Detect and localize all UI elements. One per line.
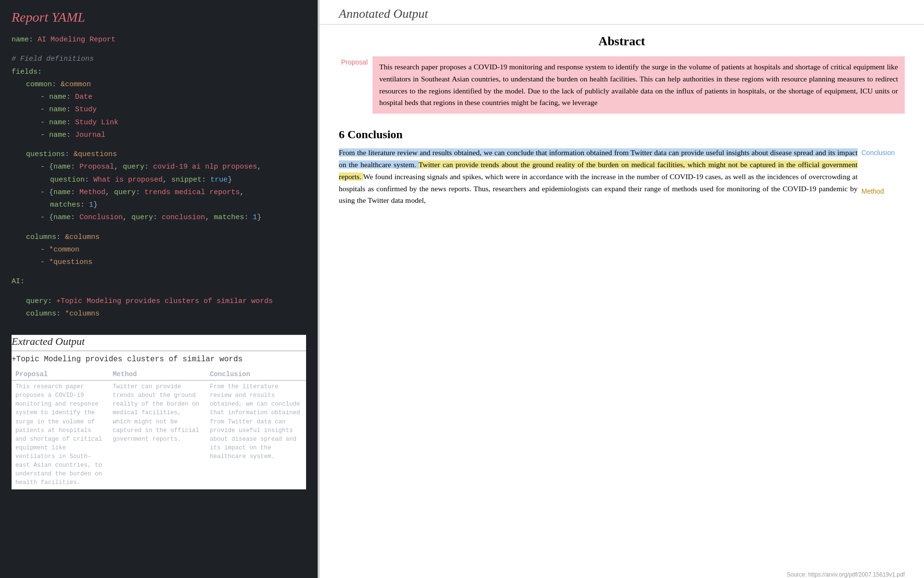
left-panel: Report YAML name: AI Modeling Report # F… xyxy=(0,0,318,578)
extracted-output-section: Extracted Output +Topic Modeling provide… xyxy=(12,335,306,489)
conclusion-text: From the literature review and results o… xyxy=(339,147,858,207)
proposal-label: Proposal xyxy=(339,56,368,66)
abstract-title: Abstract xyxy=(339,34,905,49)
conclusion-body: From the literature review and results o… xyxy=(339,147,905,207)
extracted-output-title: Extracted Output xyxy=(12,335,306,348)
yaml-code: name: AI Modeling Report # Field definit… xyxy=(12,34,306,320)
col-header-proposal: Proposal xyxy=(12,368,109,381)
extracted-table: Proposal Method Conclusion This research… xyxy=(12,368,306,489)
right-panel-title: Annotated Output xyxy=(320,0,924,25)
table-row: This research paper proposes a COVID-19 … xyxy=(12,381,306,489)
col-header-method: Method xyxy=(109,368,206,381)
left-panel-title: Report YAML xyxy=(12,10,306,25)
cell-method: Twitter can provide trends about the gro… xyxy=(109,381,206,489)
topic-modeling-line: +Topic Modeling provides clusters of sim… xyxy=(12,355,306,364)
conclusion-section: 6 Conclusion From the literature review … xyxy=(339,128,905,207)
right-annotations: Conclusion Method xyxy=(861,147,905,195)
method-annotation-label: Method xyxy=(861,185,905,195)
right-content: Abstract Proposal This research paper pr… xyxy=(320,25,924,569)
cell-proposal: This research paper proposes a COVID-19 … xyxy=(12,381,109,489)
conclusion-remaining-text: We found increasing signals and spikes, … xyxy=(339,172,858,205)
right-panel: Annotated Output Abstract Proposal This … xyxy=(320,0,924,578)
cell-conclusion: From the literature review and results o… xyxy=(206,381,306,489)
conclusion-heading: 6 Conclusion xyxy=(339,128,905,141)
abstract-text: This research paper proposes a COVID-19 … xyxy=(372,56,905,114)
col-header-conclusion: Conclusion xyxy=(206,368,306,381)
conclusion-annotation-label: Conclusion xyxy=(861,147,905,157)
source-line: Source: https://arxiv.org/pdf/2007.15619… xyxy=(320,569,924,578)
abstract-area: Proposal This research paper proposes a … xyxy=(339,56,905,114)
